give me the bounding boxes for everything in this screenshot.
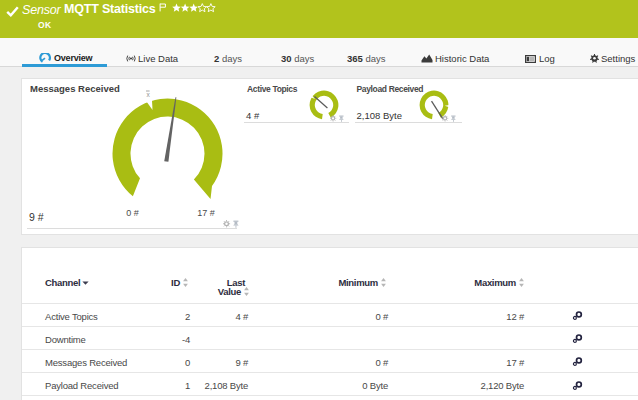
svg-text:x: x xyxy=(146,91,150,98)
